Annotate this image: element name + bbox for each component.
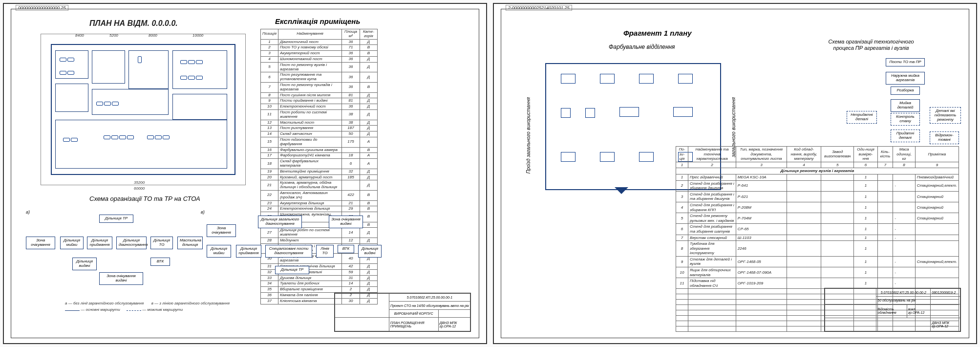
flow-a-dil-vydachi: Дільниця видачі bbox=[72, 258, 97, 270]
tb2-docno: 5.07010602.КП.25.00.00.00-2 bbox=[876, 289, 931, 297]
dim-8400: 8400 bbox=[75, 33, 84, 38]
legend: а — без лінії гарантійного обслуговуванн… bbox=[65, 301, 230, 313]
explication-title: Експлікація приміщень bbox=[275, 17, 360, 25]
tb1-bldg: ВИРОБНИЧИЙ КОРПУС bbox=[389, 309, 438, 317]
proc-myika-det: Мийка деталей bbox=[891, 99, 920, 112]
flow-b-dil-tr: Дільниця ТР bbox=[275, 266, 309, 274]
flow-a-mast: Мастильна дільниця bbox=[177, 237, 203, 249]
process-title: Схема організації технологічного процеса… bbox=[827, 39, 915, 51]
flow-b-spec-posty: Спеціалізовані пости діагностування bbox=[265, 245, 312, 258]
tb2-author: викл. гр.ОРА-12 bbox=[907, 304, 931, 318]
flow-b-dil-myiky: Дільниця мийки bbox=[207, 245, 231, 258]
dim-5200: 5200 bbox=[109, 33, 118, 38]
fragment-title: Фрагмент 1 плану bbox=[623, 29, 692, 37]
proc-det-rem: Деталі які підлягають ремонту bbox=[930, 107, 961, 124]
flow-a-zona-ochik: Зона очікування bbox=[26, 237, 55, 249]
sheet-2: 2-000000000025214020101.25 Фрагмент 1 пл… bbox=[493, 3, 977, 344]
proc-nepryd: Непридатні деталі bbox=[847, 111, 877, 124]
flow-b-zona-ochik: Зона очікування bbox=[207, 224, 236, 237]
flow-a-vtk: ВТК bbox=[150, 258, 170, 266]
building-outline bbox=[51, 44, 235, 175]
flow-b-zona-ochik-vydachi: Зона очікування видачі bbox=[329, 216, 363, 228]
tb1-org: ДВНЗ МПК гр.ОРА-12 bbox=[438, 318, 470, 331]
tb2-rightdoc: 08012000819-2 bbox=[931, 289, 960, 297]
flow-a-label: а) bbox=[26, 210, 30, 215]
schema-title: Схема організації ТО та ТР на СТОА bbox=[89, 195, 200, 202]
flow-b-dil-zag-diag: Дільниця загального діагностування bbox=[258, 216, 302, 228]
proc-kontrol: Контроль стану bbox=[891, 113, 920, 126]
tb1-proj: Проект СТО на 14/50 обслуговувань авто н… bbox=[389, 302, 470, 309]
legend-solid: — основні маршрути bbox=[81, 307, 120, 312]
sheet-1-frame: ПЛАН НА ВІДМ. 0.0.0.0. Експлікація примі… bbox=[11, 9, 479, 338]
plan-title: ПЛАН НА ВІДМ. 0.0.0.0. bbox=[89, 19, 178, 28]
sheet-1: 00000000000000000.25 ПЛАН НА ВІДМ. 0.0.0… bbox=[3, 3, 487, 344]
proc-rozborka: Розборка bbox=[891, 87, 920, 95]
flow-a-dil-to: Дільниця ТО bbox=[150, 237, 173, 249]
flow-a-dil-diag: Дільниця діагностування bbox=[116, 237, 147, 249]
process-flowchart: Пости ТО та ПР Наружна мийка агрегатів Р… bbox=[827, 58, 949, 146]
sheet-2-frame: Фрагмент 1 плану Фарбувальне відділення … bbox=[501, 9, 969, 338]
proc-posty-to: Пости ТО та ПР bbox=[886, 58, 925, 66]
flow-a-zona-ochik-vydachi: Зона очікування видачі bbox=[99, 272, 143, 285]
legend-a: а — без лінії гарантійного обслуговуванн… bbox=[65, 301, 144, 305]
proc-nar-myika: Наружна мийка агрегатів bbox=[886, 72, 925, 85]
flow-a-dil-pryim: Дільниця приймання bbox=[87, 237, 112, 249]
proc-pryd: Придатні деталі bbox=[891, 130, 920, 142]
dim-8000: 8000 bbox=[149, 33, 157, 38]
tb1-docno: 5.07010602.КП.25.00.00.00-1 bbox=[389, 294, 470, 302]
flow-b-liniya-to: Лінія ТО bbox=[316, 245, 334, 258]
flow-b-vtk: ВТК bbox=[338, 245, 354, 253]
title-block-1: 5.07010602.КП.25.00.00.00-1 Проект СТО н… bbox=[334, 293, 471, 332]
title-block-2: 5.07010602.КП.25.00.00.00-208012000819-2… bbox=[824, 288, 961, 332]
flow-b-dil-vydachi: Дільниця видачі bbox=[358, 245, 382, 258]
legend-b: в — з лінією гарантійного обслуговування bbox=[151, 301, 230, 305]
flowchart-b: в) Зона очікування Дільниця загального д… bbox=[207, 210, 387, 283]
dim-10000: 10000 bbox=[192, 33, 203, 38]
dim-35200: 35200 bbox=[134, 180, 145, 185]
tb1-sheet: ПЛАН РОЗМІЩЕННЯ ПРИМІЩЕНЬ bbox=[389, 318, 438, 331]
flow-b-label: в) bbox=[201, 210, 205, 215]
flowchart-a: а) Дільниця ТР Зона очікування Дільниця … bbox=[26, 210, 207, 283]
tb2-org: ДВНЗ МПК гр.ОРА-12 bbox=[931, 318, 960, 331]
flow-a-dil-myiky: Дільниця мийки bbox=[60, 237, 84, 249]
proc-vidremont: Відремон-товані bbox=[930, 131, 959, 144]
flow-b-dil-pryim: Дільниця приймання bbox=[236, 245, 261, 258]
flow-a-dil-tr: Дільниця ТР bbox=[99, 215, 133, 223]
section-title: Фарбувальне відділення bbox=[609, 43, 675, 50]
dim-60000: 60000 bbox=[134, 186, 145, 191]
floor-plan: 8400 5200 8000 10000 60000 35200 bbox=[41, 34, 246, 185]
legend-dashed: — можливі маршрути bbox=[142, 307, 183, 312]
tb2-proj: 50 обслуговувань на рік bbox=[876, 297, 931, 304]
tb2-sheet: Відомість обладнання bbox=[876, 304, 907, 318]
vert-label-left: Проїзд загального використання bbox=[526, 97, 531, 174]
